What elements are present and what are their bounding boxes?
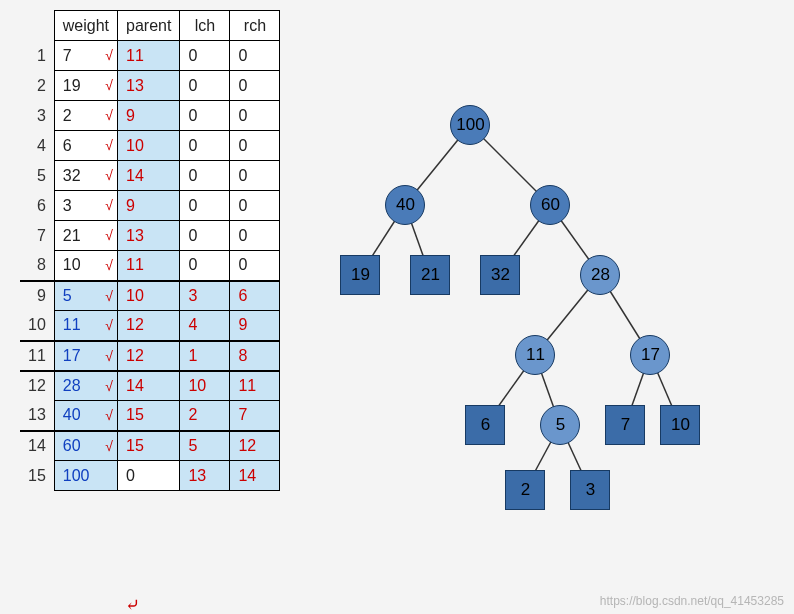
cell-rch: 0 [230, 251, 280, 281]
cell-lch: 0 [180, 191, 230, 221]
row-index: 4 [20, 131, 54, 161]
cell-lch: 1 [180, 341, 230, 371]
cell-parent: 15 [118, 431, 180, 461]
cell-rch: 0 [230, 71, 280, 101]
tree-node-32: 32 [480, 255, 520, 295]
tree-node-5: 5 [540, 405, 580, 445]
row-index: 10 [20, 311, 54, 341]
cell-lch: 0 [180, 251, 230, 281]
cell-rch: 0 [230, 131, 280, 161]
cell-parent: 13 [118, 221, 180, 251]
cell-rch: 12 [230, 431, 280, 461]
cell-weight: 21√ [54, 221, 117, 251]
tree-node-11: 11 [515, 335, 555, 375]
row-index: 13 [20, 401, 54, 431]
cell-rch: 14 [230, 461, 280, 491]
tree-node-3: 3 [570, 470, 610, 510]
check-icon: √ [105, 317, 113, 333]
row-index: 3 [20, 101, 54, 131]
tree-node-60: 60 [530, 185, 570, 225]
tree-node-21: 21 [410, 255, 450, 295]
cell-lch: 0 [180, 131, 230, 161]
row-index: 1 [20, 41, 54, 71]
row-index: 11 [20, 341, 54, 371]
cell-parent: 13 [118, 71, 180, 101]
cell-lch: 0 [180, 41, 230, 71]
watermark-text: https://blog.csdn.net/qq_41453285 [600, 594, 784, 608]
cell-parent: 10 [118, 131, 180, 161]
tree-node-10: 10 [660, 405, 700, 445]
cell-parent: 9 [118, 101, 180, 131]
tree-node-6: 6 [465, 405, 505, 445]
cell-lch: 0 [180, 161, 230, 191]
col-lch: lch [180, 11, 230, 41]
row-index: 2 [20, 71, 54, 101]
cell-rch: 9 [230, 311, 280, 341]
col-weight: weight [54, 11, 117, 41]
tree-node-7: 7 [605, 405, 645, 445]
cell-lch: 13 [180, 461, 230, 491]
row-index: 8 [20, 251, 54, 281]
cell-weight: 32√ [54, 161, 117, 191]
check-icon: √ [105, 197, 113, 213]
check-icon: √ [105, 407, 113, 423]
cell-parent: 12 [118, 341, 180, 371]
check-icon: √ [105, 257, 113, 273]
cell-lch: 0 [180, 221, 230, 251]
check-icon: √ [105, 348, 113, 364]
cell-lch: 10 [180, 371, 230, 401]
cell-rch: 0 [230, 221, 280, 251]
cell-parent: 14 [118, 161, 180, 191]
cell-parent: 11 [118, 251, 180, 281]
check-icon: √ [105, 47, 113, 63]
huffman-tree-diagram: 10040601921322811176571023 [320, 10, 700, 570]
check-icon: √ [105, 107, 113, 123]
cell-lch: 0 [180, 71, 230, 101]
cell-parent: 14 [118, 371, 180, 401]
cell-rch: 6 [230, 281, 280, 311]
cell-rch: 8 [230, 341, 280, 371]
cell-rch: 0 [230, 41, 280, 71]
cell-lch: 3 [180, 281, 230, 311]
cell-lch: 0 [180, 101, 230, 131]
cell-lch: 5 [180, 431, 230, 461]
cell-rch: 7 [230, 401, 280, 431]
cell-parent: 11 [118, 41, 180, 71]
cell-weight: 60√ [54, 431, 117, 461]
col-rch: rch [230, 11, 280, 41]
cell-weight: 3√ [54, 191, 117, 221]
cell-weight: 2√ [54, 101, 117, 131]
cell-parent: 10 [118, 281, 180, 311]
row-index: 14 [20, 431, 54, 461]
row-index: 9 [20, 281, 54, 311]
cell-lch: 4 [180, 311, 230, 341]
cell-rch: 0 [230, 191, 280, 221]
huffman-table: weight parent lch rch 17√1100219√130032√… [20, 10, 280, 570]
cell-rch: 0 [230, 161, 280, 191]
tree-node-40: 40 [385, 185, 425, 225]
tree-node-17: 17 [630, 335, 670, 375]
cell-weight: 11√ [54, 311, 117, 341]
cell-weight: 5√ [54, 281, 117, 311]
cell-parent: 12 [118, 311, 180, 341]
check-icon: √ [105, 77, 113, 93]
check-icon: √ [105, 227, 113, 243]
tree-node-28: 28 [580, 255, 620, 295]
cell-rch: 11 [230, 371, 280, 401]
cell-weight: 7√ [54, 41, 117, 71]
row-index: 7 [20, 221, 54, 251]
cell-parent: 15 [118, 401, 180, 431]
row-index: 5 [20, 161, 54, 191]
row-index: 15 [20, 461, 54, 491]
cell-parent: 9 [118, 191, 180, 221]
cell-lch: 2 [180, 401, 230, 431]
check-icon: √ [105, 378, 113, 394]
check-icon: √ [105, 137, 113, 153]
check-icon: √ [105, 288, 113, 304]
cell-weight: 10√ [54, 251, 117, 281]
tree-node-19: 19 [340, 255, 380, 295]
cell-rch: 0 [230, 101, 280, 131]
cell-weight: 28√ [54, 371, 117, 401]
check-icon: √ [105, 438, 113, 454]
row-index: 6 [20, 191, 54, 221]
